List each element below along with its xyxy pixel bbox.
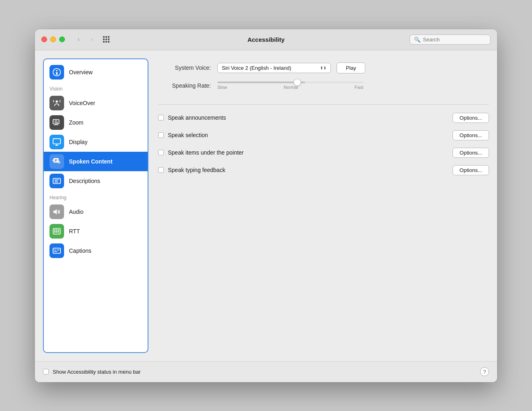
sidebar-scroll-area[interactable]: Overview Vision VoiceOver (44, 59, 148, 352)
rate-slider-container: Slow Normal Fast (217, 82, 363, 90)
checkbox-left-4: Speak typing feedback (158, 167, 225, 173)
svg-rect-11 (54, 229, 56, 230)
window: ‹ › Accessibility 🔍 (35, 29, 497, 382)
titlebar: ‹ › Accessibility 🔍 (35, 29, 497, 50)
search-icon: 🔍 (414, 37, 420, 43)
window-title: Accessibility (247, 36, 285, 43)
grid-icon (103, 36, 109, 43)
sidebar-item-rtt[interactable]: RTT (44, 222, 148, 241)
svg-point-0 (53, 68, 60, 75)
back-icon: ‹ (77, 36, 79, 43)
zoom-icon (49, 115, 64, 130)
display-icon (49, 135, 64, 149)
speak-pointer-options-button[interactable]: Options... (453, 148, 489, 158)
display-label: Display (69, 139, 88, 145)
rate-slow-label: Slow (217, 85, 227, 90)
svg-rect-6 (53, 138, 60, 144)
sidebar: Overview Vision VoiceOver (43, 58, 148, 353)
sidebar-item-zoom[interactable]: Zoom (44, 113, 148, 132)
show-accessibility-checkbox[interactable] (43, 369, 49, 374)
voice-select-dropdown[interactable]: Siri Voice 2 (English - Ireland) ⬆⬇ (217, 63, 331, 73)
svg-point-2 (56, 100, 58, 103)
rtt-label: RTT (69, 228, 80, 235)
sidebar-item-captions[interactable]: Captions (44, 241, 148, 260)
overview-label: Overview (69, 69, 92, 75)
rate-labels: Slow Normal Fast (217, 85, 363, 90)
traffic-lights (41, 37, 65, 42)
speak-announcements-label: Speak announcements (168, 114, 226, 121)
rtt-icon (49, 224, 64, 239)
audio-label: Audio (69, 209, 84, 215)
speak-announcements-checkbox[interactable] (158, 115, 164, 121)
speak-selection-label: Speak selection (168, 132, 208, 138)
captions-icon (49, 243, 64, 258)
divider (158, 104, 489, 105)
svg-rect-12 (56, 229, 57, 230)
grid-view-button[interactable] (101, 34, 112, 45)
rate-normal-label: Normal (283, 85, 298, 90)
rate-fast-label: Fast (355, 85, 363, 90)
speak-announcements-options-button[interactable]: Options... (453, 113, 489, 123)
close-button[interactable] (41, 37, 47, 42)
voiceover-label: VoiceOver (69, 100, 95, 106)
svg-rect-3 (53, 119, 59, 124)
help-button[interactable]: ? (480, 367, 489, 376)
speaking-rate-slider[interactable] (217, 82, 363, 83)
sidebar-item-audio[interactable]: Audio (44, 202, 148, 222)
audio-icon (49, 204, 64, 219)
system-voice-label: System Voice: (158, 65, 211, 71)
zoom-label: Zoom (69, 119, 84, 126)
overview-icon (49, 65, 64, 80)
maximize-button[interactable] (59, 37, 65, 42)
sidebar-item-spoken-content[interactable]: Spoken Content (44, 152, 148, 171)
voice-select-value: Siri Voice 2 (English - Ireland) (222, 65, 291, 71)
back-button[interactable]: ‹ (73, 34, 84, 45)
svg-rect-15 (56, 231, 57, 232)
voiceover-icon (49, 96, 64, 110)
sidebar-item-display[interactable]: Display (44, 132, 148, 152)
speak-selection-options-button[interactable]: Options... (453, 130, 489, 140)
svg-rect-14 (54, 231, 56, 232)
checkbox-left-2: Speak selection (158, 132, 208, 138)
sidebar-item-overview[interactable]: Overview (44, 62, 148, 82)
svg-rect-19 (57, 250, 59, 250)
voice-row: System Voice: Siri Voice 2 (English - Ir… (158, 62, 489, 73)
speak-typing-row: Speak typing feedback Options... (158, 165, 489, 175)
svg-rect-17 (53, 248, 60, 253)
svg-rect-13 (58, 229, 59, 230)
chevron-up-down-icon: ⬆⬇ (320, 66, 326, 70)
svg-rect-16 (58, 231, 59, 232)
search-box[interactable]: 🔍 (410, 34, 491, 45)
main-content: System Voice: Siri Voice 2 (English - Ir… (158, 58, 489, 353)
search-input[interactable] (423, 37, 486, 43)
checkbox-left: Speak announcements (158, 114, 226, 121)
svg-line-5 (57, 123, 58, 123)
show-accessibility-label: Show Accessibility status in menu bar (53, 369, 141, 375)
descriptions-icon (49, 174, 64, 188)
speak-typing-label: Speak typing feedback (168, 167, 225, 173)
spoken-content-icon (49, 154, 64, 169)
speak-typing-checkbox[interactable] (158, 167, 164, 173)
bottom-bar: Show Accessibility status in menu bar ? (35, 361, 497, 382)
speak-pointer-label: Speak items under the pointer (168, 149, 244, 156)
minimize-button[interactable] (50, 37, 56, 42)
sidebar-item-voiceover[interactable]: VoiceOver (44, 93, 148, 113)
speak-selection-checkbox[interactable] (158, 132, 164, 138)
forward-button[interactable]: › (86, 34, 97, 45)
svg-point-4 (55, 121, 57, 123)
svg-rect-18 (54, 250, 56, 250)
content-area: Overview Vision VoiceOver (35, 50, 497, 361)
vision-section-header: Vision (44, 82, 148, 93)
svg-point-1 (56, 70, 58, 71)
sidebar-item-descriptions[interactable]: Descriptions (44, 171, 148, 191)
nav-buttons: ‹ › (73, 34, 97, 45)
speak-pointer-checkbox[interactable] (158, 150, 164, 155)
svg-rect-20 (54, 251, 57, 252)
speak-pointer-row: Speak items under the pointer Options... (158, 148, 489, 158)
svg-marker-9 (54, 209, 57, 214)
speak-announcements-row: Speak announcements Options... (158, 113, 489, 123)
speaking-rate-row: Speaking Rate: Slow Normal Fast (158, 82, 489, 90)
play-button[interactable]: Play (337, 62, 365, 73)
speak-typing-options-button[interactable]: Options... (453, 165, 489, 175)
descriptions-label: Descriptions (69, 178, 100, 184)
